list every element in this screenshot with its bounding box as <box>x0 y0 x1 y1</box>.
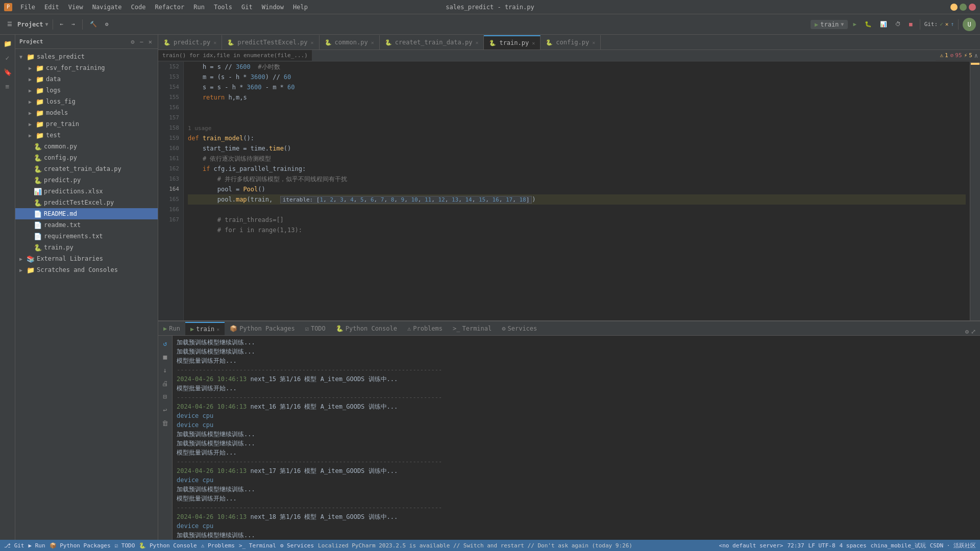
debug-button[interactable]: 🐛 <box>862 19 875 29</box>
profile-button[interactable]: ⏱ <box>892 19 904 29</box>
sidebar-item-data[interactable]: ▶ 📁 data <box>15 73 158 85</box>
status-no-server[interactable]: <no default server> <box>719 542 783 549</box>
menu-file[interactable]: File <box>16 3 39 12</box>
menu-refactor[interactable]: Refactor <box>151 3 188 12</box>
close-button[interactable]: ✕ <box>969 4 976 11</box>
build-button[interactable]: 🔨 <box>87 19 100 29</box>
tab-train-py[interactable]: 🐍 train.py ✕ <box>484 35 541 49</box>
predict-test-excel-tab-close[interactable]: ✕ <box>311 40 314 45</box>
create-train-tab-close[interactable]: ✕ <box>475 40 478 45</box>
tab-python-packages[interactable]: 📦 Python Packages <box>225 322 300 335</box>
sidebar-toggle-commit[interactable]: ✓ <box>1 51 14 64</box>
status-line-col[interactable]: 72:37 <box>787 542 804 549</box>
tab-train-run[interactable]: ▶ train ✕ <box>185 322 225 335</box>
settings-button[interactable]: ⚙ <box>102 19 112 29</box>
common-py-tab-close[interactable]: ✕ <box>371 40 374 45</box>
sidebar-item-loss-fig[interactable]: ▶ 📁 loss_fig <box>15 96 158 107</box>
menu-run[interactable]: Run <box>189 3 209 12</box>
tab-python-console[interactable]: 🐍 Python Console <box>331 322 402 335</box>
menu-window[interactable]: Window <box>258 3 288 12</box>
project-button[interactable]: ☰ <box>4 19 15 29</box>
sidebar-toggle-bookmarks[interactable]: 🔖 <box>1 65 14 79</box>
sidebar-item-predictions-xlsx[interactable]: 📊 predictions.xlsx <box>15 186 158 197</box>
sidebar-item-pre-train[interactable]: ▶ 📁 pre_train <box>15 118 158 130</box>
run-rerun-button[interactable]: ↺ <box>160 338 171 349</box>
status-python-packages[interactable]: 📦 Python Packages <box>50 542 111 549</box>
sidebar-item-predict-py[interactable]: 🐍 predict.py <box>15 174 158 186</box>
sidebar-icon-collapse[interactable]: − <box>138 38 145 46</box>
run-print-button[interactable]: 🖨 <box>160 378 171 389</box>
menu-navigate[interactable]: Navigate <box>88 3 126 12</box>
sidebar-item-requirements-txt[interactable]: 📄 requirements.txt <box>15 231 158 242</box>
maximize-button[interactable]: □ <box>960 4 967 11</box>
tab-services[interactable]: ⚙ Services <box>497 322 542 335</box>
tab-predict-py[interactable]: 🐍 predict.py ✕ <box>158 35 222 49</box>
menu-git[interactable]: Git <box>237 3 257 12</box>
tab-run[interactable]: ▶ Run <box>158 322 185 335</box>
sidebar-item-logs[interactable]: ▶ 📁 logs <box>15 85 158 96</box>
status-services[interactable]: ⚙ Services <box>280 542 314 549</box>
sidebar-item-create-train[interactable]: 🐍 createt_train_data.py <box>15 163 158 174</box>
coverage-button[interactable]: 📊 <box>877 19 890 29</box>
tab-create-train[interactable]: 🐍 createt_train_data.py ✕ <box>380 35 484 49</box>
status-problems[interactable]: ⚠ Problems <box>201 542 235 549</box>
status-encoding[interactable]: LF UTF-8 <box>808 542 836 549</box>
config-py-tab-close[interactable]: ✕ <box>592 40 595 45</box>
run-wrap-button[interactable]: ↩ <box>160 404 171 415</box>
sidebar-icon-gear[interactable]: ⚙ <box>129 38 136 46</box>
sidebar-item-root[interactable]: ▼ 📁 sales_predict <box>15 51 158 62</box>
tab-common-py[interactable]: 🐍 common.py ✕ <box>320 35 380 49</box>
tab-config-py[interactable]: 🐍 config.py ✕ <box>541 35 601 49</box>
tab-terminal[interactable]: >_ Terminal <box>448 322 497 335</box>
predict-py-tab-close[interactable]: ✕ <box>213 40 216 45</box>
sidebar-toggle-project[interactable]: 📁 <box>1 37 14 50</box>
menu-code[interactable]: Code <box>127 3 150 12</box>
sidebar-item-readme-md[interactable]: 📄 README.md <box>15 208 158 219</box>
menu-tools[interactable]: Tools <box>210 3 236 12</box>
status-run-btn[interactable]: ▶ Run <box>29 542 45 549</box>
panel-settings-icon[interactable]: ⚙ <box>965 328 969 335</box>
tab-todo[interactable]: ☑ TODO <box>300 322 331 335</box>
sidebar-item-models[interactable]: ▶ 📁 models <box>15 107 158 118</box>
tab-problems[interactable]: ⚠ Problems <box>402 322 448 335</box>
run-clear-button[interactable]: 🗑 <box>160 417 171 429</box>
status-git[interactable]: ⎇ Git <box>4 542 24 549</box>
run-stop-button[interactable]: ■ <box>160 351 171 362</box>
tab-predict-test-excel[interactable]: 🐍 predictTestExcel.py ✕ <box>222 35 319 49</box>
menu-edit[interactable]: Edit <box>40 3 63 12</box>
run-filter-button[interactable]: ⊟ <box>160 391 171 402</box>
status-python-console[interactable]: 🐍 Python Console <box>139 542 197 549</box>
run-config[interactable]: ▶ train ▼ <box>811 20 848 29</box>
status-indent[interactable]: 4 spaces <box>840 542 867 549</box>
run-scroll-end-button[interactable]: ↓ <box>160 364 171 375</box>
back-button[interactable]: ← <box>57 19 67 29</box>
status-todo[interactable]: ☑ TODO <box>115 542 135 549</box>
code-editor[interactable]: h = s // 3600 #小时数 m = (s - h * 3600) //… <box>184 62 970 320</box>
sidebar-item-common-py[interactable]: 🐍 common.py <box>15 141 158 152</box>
sidebar-item-csv[interactable]: ▶ 📁 csv_for_training <box>15 62 158 73</box>
user-avatar[interactable]: U <box>963 18 976 31</box>
menu-view[interactable]: View <box>64 3 87 12</box>
sidebar-item-train-py[interactable]: 🐍 train.py <box>15 242 158 253</box>
sidebar-item-scratches[interactable]: ▶ 📁 Scratches and Consoles <box>15 264 158 276</box>
stop-button[interactable]: ■ <box>906 19 916 29</box>
forward-button[interactable]: → <box>68 19 78 29</box>
status-csdn[interactable]: CSDN · 活跃社区 <box>930 542 976 549</box>
warning-icon: ⚠ <box>940 52 943 59</box>
train-run-tab-close[interactable]: ✕ <box>216 327 219 332</box>
minimize-button[interactable]: — <box>950 4 958 11</box>
sidebar-item-test[interactable]: ▶ 📁 test <box>15 130 158 141</box>
status-branch[interactable]: china_mobile_试玩 <box>871 542 926 549</box>
status-terminal[interactable]: >_ Terminal <box>239 542 276 549</box>
menu-help[interactable]: Help <box>289 3 312 12</box>
sidebar-toggle-structure[interactable]: ≡ <box>1 80 14 93</box>
run-button[interactable]: ▶ <box>850 19 860 29</box>
collapse-warnings-icon[interactable]: ∧ <box>974 52 978 59</box>
sidebar-item-readme-txt[interactable]: 📄 readme.txt <box>15 219 158 231</box>
train-py-tab-close[interactable]: ✕ <box>532 40 535 46</box>
sidebar-item-config-py[interactable]: 🐍 config.py <box>15 152 158 163</box>
sidebar-item-external-libs[interactable]: ▶ 📚 External Libraries <box>15 253 158 264</box>
sidebar-item-predict-test-excel[interactable]: 🐍 predictTestExcel.py <box>15 197 158 208</box>
panel-expand-icon[interactable]: ⤢ <box>971 328 976 335</box>
sidebar-icon-close[interactable]: ✕ <box>147 38 154 46</box>
